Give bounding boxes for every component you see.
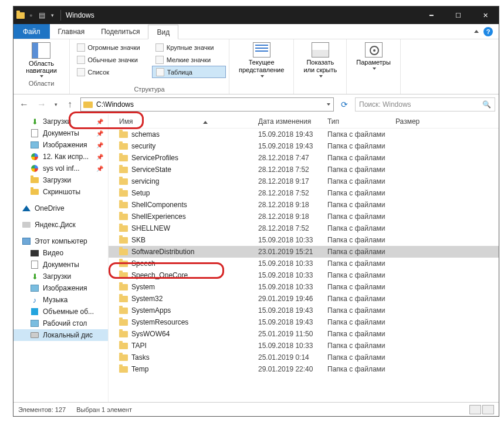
view-medium[interactable]: Обычные значки [73,53,152,66]
view-huge[interactable]: Огромные значки [73,41,152,53]
col-name[interactable]: Имя [109,117,258,126]
table-row[interactable]: schemas15.09.2018 19:43Папка с файлами [109,129,499,140]
menu-file[interactable]: Файл [13,24,50,39]
icons-view-button[interactable] [482,405,494,414]
view-medium-label: Обычные значки [88,56,138,63]
forward-button[interactable]: → [35,97,49,112]
table-row[interactable]: SysWOW6425.01.2019 11:50Папка с файлами [109,328,499,340]
sidebar-item-label: OneDrive [35,204,65,212]
table-row[interactable]: security15.09.2018 19:43Папка с файлами [109,140,499,152]
minimize-button[interactable]: ━ [418,6,445,24]
back-button[interactable]: ← [17,97,31,112]
table-row[interactable]: SKB15.09.2018 10:33Папка с файлами [109,234,499,246]
sidebar-item[interactable]: Объемные об... [13,306,108,317]
table-row[interactable]: TAPI15.09.2018 10:33Папка с файлами [109,340,499,352]
sidebar-item[interactable]: Скриншоты [13,186,108,198]
maximize-button[interactable]: ☐ [445,6,472,24]
sort-asc-icon [203,121,208,124]
sidebar-item[interactable]: Этот компьютер [13,235,108,247]
view-table[interactable]: Таблица [152,66,226,78]
sidebar-item-label: 12. Как испр... [43,153,89,161]
table-row[interactable]: SHELLNEW28.12.2018 7:52Папка с файлами [109,222,499,234]
menu-share[interactable]: Поделиться [93,24,148,39]
table-icon [156,68,164,76]
file-date: 25.01.2019 11:50 [258,330,327,338]
menu-view[interactable]: Вид [148,25,178,39]
column-headers[interactable]: Имя Дата изменения Тип Размер [109,114,499,129]
titlebar: ▫ ▤ ▾ Windows ━ ☐ ✕ [13,6,499,24]
sidebar-item[interactable]: sys vol inf...📌 [13,163,108,174]
col-size[interactable]: Размер [395,117,499,126]
table-row[interactable]: SoftwareDistribution23.01.2019 15:21Папк… [109,246,499,258]
address-box[interactable] [80,97,334,112]
menu-home[interactable]: Главная [50,24,93,39]
table-row[interactable]: servicing28.12.2018 9:17Папка с файлами [109,175,499,187]
col-date[interactable]: Дата изменения [258,117,327,126]
table-row[interactable]: ShellExperiences28.12.2018 9:18Папка с ф… [109,211,499,222]
current-view-button[interactable]: Текущее представление [233,41,290,79]
large-icon [155,43,164,52]
table-row[interactable]: ServiceProfiles28.12.2018 7:47Папка с фа… [109,152,499,164]
options-button[interactable]: Параметры [350,41,397,71]
file-type: Папка с файлами [327,365,395,373]
address-dropdown-icon[interactable] [323,103,333,106]
collapse-ribbon-icon[interactable] [474,30,479,33]
file-type: Папка с файлами [327,236,395,244]
help-icon[interactable]: ? [483,27,493,36]
table-row[interactable]: Tasks25.01.2019 0:14Папка с файлами [109,352,499,363]
sidebar-item[interactable]: ♪Музыка [13,294,108,306]
sidebar-item[interactable]: Изображения [13,282,108,294]
table-row[interactable]: SystemResources15.09.2018 19:43Папка с ф… [109,316,499,328]
sidebar-item[interactable]: 12. Как испр...📌 [13,151,108,163]
table-row[interactable]: SystemApps15.09.2018 19:43Папка с файлам… [109,305,499,316]
table-row[interactable]: ShellComponents28.12.2018 9:18Папка с фа… [109,199,499,211]
address-input[interactable] [95,100,323,109]
pin-icon: 📌 [96,142,103,148]
sidebar-item[interactable]: Изображения📌 [13,139,108,151]
qat-icon[interactable]: ▫ [26,11,36,20]
view-large[interactable]: Крупные значки [152,41,226,53]
folder-icon [119,354,128,361]
sidebar-item[interactable]: ⬇Загрузки📌 [13,116,108,127]
table-row[interactable]: Speech_OneCore15.09.2018 10:33Папка с фа… [109,269,499,281]
view-small[interactable]: Мелкие значки [152,53,226,66]
sidebar[interactable]: ⬇Загрузки📌Документы📌Изображения📌12. Как … [13,114,109,402]
sidebar-item-label: Загрузки [43,117,71,126]
table-row[interactable]: Temp29.01.2019 22:40Папка с файлами [109,363,499,375]
table-row[interactable]: Setup28.12.2018 7:52Папка с файлами [109,187,499,199]
sidebar-item-label: Загрузки [43,176,71,184]
file-date: 15.09.2018 10:33 [258,236,327,244]
menubar: Файл Главная Поделиться Вид ? [13,24,499,39]
sidebar-item[interactable]: Документы📌 [13,127,108,139]
history-dropdown-icon[interactable]: ▾ [52,97,59,112]
refresh-button[interactable]: ⟳ [337,97,351,112]
sidebar-item[interactable]: OneDrive [13,202,108,214]
details-view-button[interactable] [469,405,481,414]
search-box[interactable]: Поиск: Windows 🔍 [355,97,495,112]
qat-icon-2[interactable]: ▤ [37,11,46,20]
folder-icon [119,308,128,314]
sidebar-item[interactable]: Рабочий стол [13,317,108,329]
sidebar-item[interactable]: Яндекс.Диск [13,219,108,231]
sidebar-item[interactable]: ⬇Загрузки [13,271,108,282]
nav-pane-button[interactable]: Область навигации [22,41,60,79]
file-type: Папка с файлами [327,342,395,350]
table-row[interactable]: System3229.01.2019 19:46Папка с файлами [109,293,499,305]
table-row[interactable]: Speech15.09.2018 10:33Папка с файлами [109,258,499,269]
col-type[interactable]: Тип [327,117,395,126]
file-pane: Имя Дата изменения Тип Размер schemas15.… [109,114,499,402]
close-button[interactable]: ✕ [472,6,499,24]
sidebar-item[interactable]: Видео [13,247,108,259]
sidebar-item[interactable]: Документы [13,259,108,271]
qat-dropdown-icon[interactable]: ▾ [48,11,57,20]
sidebar-item[interactable]: Загрузки [13,174,108,186]
show-hide-button[interactable]: Показать или скрыть [297,41,343,79]
folder-icon [119,261,128,267]
table-row[interactable]: ServiceState28.12.2018 7:52Папка с файла… [109,164,499,175]
table-row[interactable]: System15.09.2018 10:33Папка с файлами [109,281,499,293]
pin-icon: 📌 [96,154,103,160]
huge-icon [77,43,85,52]
up-button[interactable]: ↑ [63,97,77,112]
sidebar-item[interactable]: Локальный дис [13,329,108,341]
view-list[interactable]: Список [73,66,152,78]
